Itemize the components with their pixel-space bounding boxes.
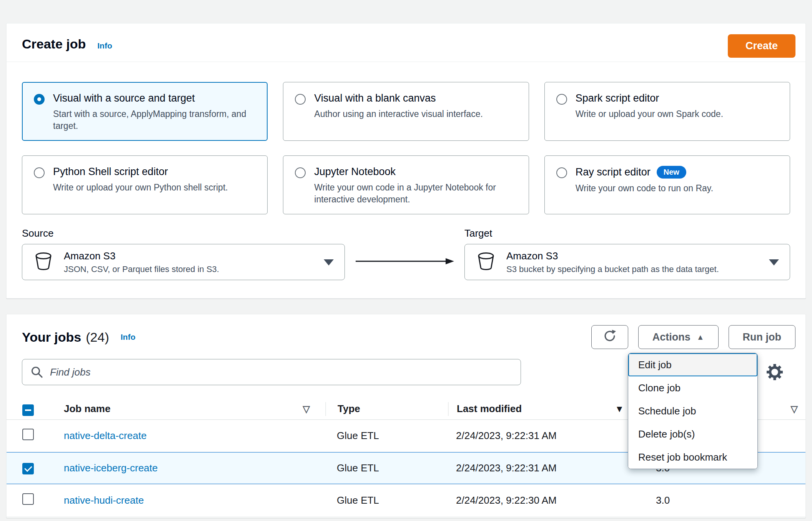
job-version-cell: 3.0 bbox=[646, 494, 805, 506]
job-name-link[interactable]: native-iceberg-create bbox=[64, 462, 158, 474]
radio-icon[interactable] bbox=[34, 167, 45, 178]
radio-icon[interactable] bbox=[295, 94, 306, 105]
option-description: Write or upload your own Spark code. bbox=[576, 108, 723, 120]
job-name-link[interactable]: native-delta-create bbox=[64, 430, 146, 442]
job-type-cell: Glue ETL bbox=[325, 430, 448, 442]
target-select-value: Amazon S3 bbox=[506, 250, 719, 262]
option-label: Jupyter Notebook bbox=[314, 166, 396, 178]
option-label: Python Shell script editor bbox=[53, 166, 168, 178]
table-row[interactable]: native-hudi-create Glue ETL 2/24/2023, 9… bbox=[7, 484, 805, 517]
run-job-button[interactable]: Run job bbox=[729, 325, 795, 349]
search-icon bbox=[30, 366, 43, 380]
source-to-target-arrow-icon bbox=[345, 257, 464, 266]
job-modified-cell: 2/24/2023, 9:22:31 AM bbox=[448, 462, 646, 474]
radio-icon[interactable] bbox=[295, 167, 306, 178]
target-label: Target bbox=[464, 227, 790, 239]
option-description: Write your own code in a Jupyter Noteboo… bbox=[314, 182, 517, 205]
refresh-icon bbox=[603, 329, 616, 345]
last-modified-sort-icon[interactable]: ▼ bbox=[615, 404, 624, 414]
jobs-info-link[interactable]: Info bbox=[121, 332, 135, 342]
option-ray-script-editor[interactable]: Ray script editor New Write your own cod… bbox=[544, 155, 790, 214]
column-header-type: Type bbox=[338, 403, 360, 415]
target-select-description: S3 bucket by specifying a bucket path as… bbox=[506, 264, 719, 274]
menu-item-clone-job[interactable]: Clone job bbox=[628, 376, 757, 399]
target-select[interactable]: Amazon S3 S3 bucket by specifying a buck… bbox=[464, 244, 790, 280]
row-checkbox[interactable] bbox=[22, 429, 34, 440]
source-select-value: Amazon S3 bbox=[64, 250, 219, 262]
option-description: Write or upload your own Python shell sc… bbox=[53, 182, 228, 194]
target-block: Target Amazon S3 S3 bucket by specifying… bbox=[464, 227, 790, 280]
s3-bucket-icon bbox=[33, 251, 54, 273]
row-checkbox-checked[interactable] bbox=[22, 463, 34, 474]
create-job-panel: Create job Info Create Visual with a sou… bbox=[6, 23, 806, 299]
actions-dropdown-menu: Edit job Clone job Schedule job Delete j… bbox=[628, 353, 758, 469]
find-jobs-input[interactable] bbox=[22, 359, 521, 385]
run-job-button-label: Run job bbox=[743, 331, 781, 343]
option-python-shell-editor[interactable]: Python Shell script editor Write or uplo… bbox=[22, 155, 268, 214]
create-job-info-link[interactable]: Info bbox=[97, 41, 112, 50]
menu-item-reset-job-bookmark[interactable]: Reset job bookmark bbox=[628, 446, 757, 469]
option-description: Author using an interactive visual inter… bbox=[314, 108, 483, 120]
menu-item-edit-job[interactable]: Edit job bbox=[628, 353, 757, 376]
select-all-checkbox[interactable] bbox=[22, 404, 34, 416]
jobs-count: (24) bbox=[86, 330, 109, 345]
job-type-cell: Glue ETL bbox=[325, 462, 448, 474]
radio-icon[interactable] bbox=[556, 94, 567, 105]
chevron-down-icon bbox=[324, 259, 334, 266]
page-title: Create job bbox=[22, 37, 86, 52]
option-visual-source-target[interactable]: Visual with a source and target Start wi… bbox=[22, 82, 268, 141]
your-jobs-panel: Your jobs (24) Info Actions ▲ Run job bbox=[6, 314, 806, 518]
settings-gear-icon[interactable] bbox=[766, 364, 783, 382]
job-name-link[interactable]: native-hudi-create bbox=[64, 494, 144, 506]
source-select[interactable]: Amazon S3 JSON, CSV, or Parquet files st… bbox=[22, 244, 345, 280]
menu-item-schedule-job[interactable]: Schedule job bbox=[628, 399, 757, 422]
create-job-header: Create job Info Create bbox=[7, 23, 805, 62]
option-visual-blank-canvas[interactable]: Visual with a blank canvas Author using … bbox=[283, 82, 529, 141]
option-label: Spark script editor bbox=[576, 92, 659, 104]
source-select-description: JSON, CSV, or Parquet files stored in S3… bbox=[64, 264, 219, 274]
new-badge: New bbox=[657, 166, 686, 179]
option-description: Start with a source, ApplyMapping transf… bbox=[53, 108, 256, 132]
menu-item-delete-jobs[interactable]: Delete job(s) bbox=[628, 422, 757, 446]
version-filter-icon[interactable]: ▽ bbox=[791, 404, 798, 414]
source-block: Source Amazon S3 JSON, CSV, or Parquet f… bbox=[22, 227, 345, 280]
option-label: Visual with a source and target bbox=[53, 92, 195, 104]
job-modified-cell: 2/24/2023, 9:22:30 AM bbox=[448, 494, 646, 506]
column-header-last-modified: Last modified bbox=[457, 403, 522, 415]
job-type-cell: Glue ETL bbox=[325, 494, 448, 506]
option-jupyter-notebook[interactable]: Jupyter Notebook Write your own code in … bbox=[283, 155, 529, 214]
job-modified-cell: 2/24/2023, 9:22:31 AM bbox=[448, 430, 646, 442]
option-label: Visual with a blank canvas bbox=[314, 92, 436, 104]
caret-up-icon: ▲ bbox=[697, 333, 704, 342]
your-jobs-header: Your jobs (24) Info Actions ▲ Run job bbox=[22, 325, 795, 349]
actions-button[interactable]: Actions ▲ bbox=[638, 325, 719, 349]
job-name-filter-icon[interactable]: ▽ bbox=[303, 404, 310, 414]
create-button[interactable]: Create bbox=[728, 34, 795, 58]
source-label: Source bbox=[22, 227, 345, 239]
option-description: Write your own code to run on Ray. bbox=[576, 182, 713, 194]
option-label: Ray script editor bbox=[576, 166, 651, 178]
radio-icon[interactable] bbox=[556, 167, 567, 178]
actions-button-label: Actions bbox=[652, 331, 691, 343]
source-target-row: Source Amazon S3 JSON, CSV, or Parquet f… bbox=[22, 227, 790, 280]
radio-selected-icon[interactable] bbox=[34, 94, 45, 105]
option-spark-script-editor[interactable]: Spark script editor Write or upload your… bbox=[544, 82, 790, 141]
row-checkbox[interactable] bbox=[22, 493, 34, 505]
refresh-button[interactable] bbox=[591, 325, 628, 349]
s3-bucket-icon bbox=[476, 251, 496, 273]
chevron-down-icon bbox=[769, 259, 779, 266]
jobs-title: Your jobs bbox=[22, 330, 81, 345]
column-header-job-name: Job name bbox=[64, 403, 110, 415]
job-type-options: Visual with a source and target Start wi… bbox=[22, 82, 790, 214]
